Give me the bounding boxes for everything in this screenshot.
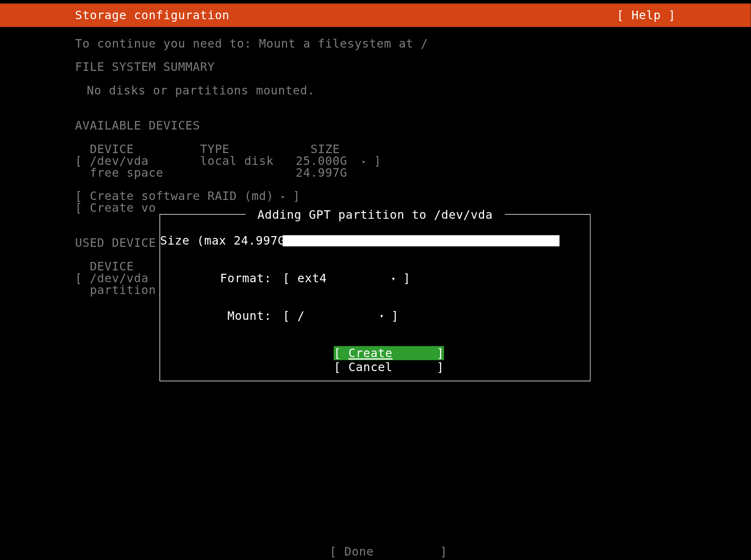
format-label: Format:	[160, 271, 271, 285]
device-row-vda[interactable]: [ /dev/vda local disk 25.000G ▸ ]	[75, 155, 676, 167]
format-select[interactable]: [ ext4▾ ]	[283, 271, 410, 285]
chevron-down-icon: ▾	[380, 312, 384, 320]
mount-select[interactable]: [ /▾ ]	[283, 308, 399, 322]
dialog-title: Adding GPT partition to /dev/vda	[245, 208, 505, 222]
chevron-right-icon: ▸	[281, 193, 285, 201]
page-title: Storage configuration	[75, 8, 230, 22]
header-bar: Storage configuration [ Help ]	[0, 4, 751, 27]
cancel-button[interactable]: [ Cancel ]	[334, 360, 590, 374]
hint-text: To continue you need to: Mount a filesys…	[75, 38, 676, 49]
chevron-down-icon: ▾	[391, 274, 396, 283]
done-button[interactable]: [ Done ]	[330, 545, 447, 559]
chevron-right-icon: ▸	[362, 157, 366, 165]
fs-summary-empty: No disks or partitions mounted.	[75, 84, 676, 96]
available-devices-heading: AVAILABLE DEVICES	[75, 120, 676, 131]
mount-label: Mount:	[160, 308, 271, 322]
free-space-row: free space 24.997G	[75, 167, 676, 179]
fs-summary-heading: FILE SYSTEM SUMMARY	[75, 61, 676, 73]
size-input[interactable]	[283, 235, 559, 246]
create-raid-button[interactable]: [ Create software RAID (md) ▸ ]	[75, 190, 676, 202]
help-button[interactable]: [ Help ]	[617, 8, 676, 22]
footer-buttons: [ Done ] [ Reset ] [ Back ]	[330, 516, 447, 560]
device-columns: DEVICE TYPE SIZE	[75, 143, 676, 155]
add-partition-dialog: Adding GPT partition to /dev/vda Size (m…	[159, 214, 591, 381]
create-button[interactable]: [ Create ]	[334, 346, 590, 360]
size-label: Size (max 24.997G):	[160, 234, 271, 248]
